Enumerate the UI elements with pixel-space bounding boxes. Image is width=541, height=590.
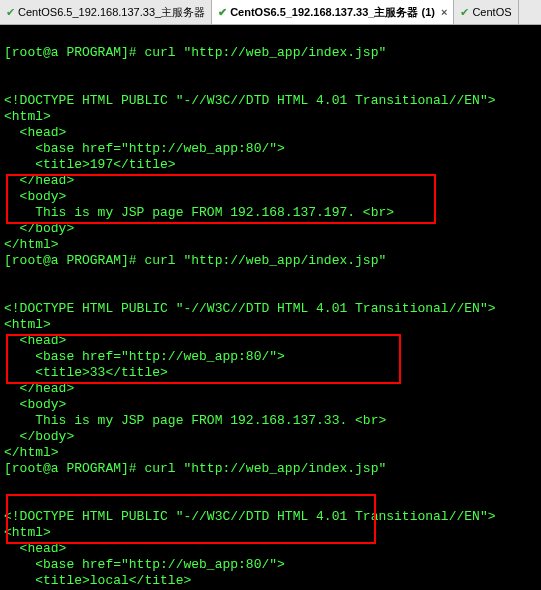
terminal-output[interactable]: [root@a PROGRAM]# curl "http://web_app/i…: [0, 25, 541, 590]
tab-inactive-1[interactable]: ✔ CentOS6.5_192.168.137.33_主服务器: [0, 0, 212, 24]
output-line: <base href="http://web_app:80/">: [4, 141, 285, 156]
output-line: <head>: [4, 333, 66, 348]
check-icon: ✔: [6, 6, 15, 19]
output-line: <!DOCTYPE HTML PUBLIC "-//W3C//DTD HTML …: [4, 301, 495, 316]
output-line: This is my JSP page FROM 192.168.137.33.…: [4, 413, 386, 428]
output-line: </head>: [4, 173, 74, 188]
tab-active[interactable]: ✔ CentOS6.5_192.168.137.33_主服务器 (1) ×: [212, 0, 454, 24]
output-line: <title>197</title>: [4, 157, 176, 172]
output-line: <html>: [4, 109, 51, 124]
prompt-line: [root@a PROGRAM]# curl "http://web_app/i…: [4, 45, 386, 60]
output-line: </html>: [4, 445, 59, 460]
output-line: <base href="http://web_app:80/">: [4, 557, 285, 572]
close-icon[interactable]: ×: [441, 6, 447, 18]
output-line: <base href="http://web_app:80/">: [4, 349, 285, 364]
output-line: <!DOCTYPE HTML PUBLIC "-//W3C//DTD HTML …: [4, 509, 495, 524]
output-line: </body>: [4, 429, 74, 444]
output-line: </body>: [4, 221, 74, 236]
output-line: <title>33</title>: [4, 365, 168, 380]
check-icon: ✔: [460, 6, 469, 19]
output-line: <body>: [4, 397, 66, 412]
output-line: <head>: [4, 541, 66, 556]
prompt-line: [root@a PROGRAM]# curl "http://web_app/i…: [4, 461, 386, 476]
prompt-line: [root@a PROGRAM]# curl "http://web_app/i…: [4, 253, 386, 268]
output-line: This is my JSP page FROM 192.168.137.197…: [4, 205, 394, 220]
check-icon: ✔: [218, 6, 227, 19]
output-line: <!DOCTYPE HTML PUBLIC "-//W3C//DTD HTML …: [4, 93, 495, 108]
tab-label: CentOS6.5_192.168.137.33_主服务器 (1): [230, 5, 435, 20]
tab-label: CentOS: [472, 6, 511, 18]
tab-label: CentOS6.5_192.168.137.33_主服务器: [18, 5, 205, 20]
output-line: </head>: [4, 381, 74, 396]
output-line: <body>: [4, 189, 66, 204]
output-line: <title>local</title>: [4, 573, 191, 588]
output-line: <html>: [4, 317, 51, 332]
output-line: <html>: [4, 525, 51, 540]
tab-bar: ✔ CentOS6.5_192.168.137.33_主服务器 ✔ CentOS…: [0, 0, 541, 25]
output-line: <head>: [4, 125, 66, 140]
tab-inactive-2[interactable]: ✔ CentOS: [454, 0, 518, 24]
output-line: </html>: [4, 237, 59, 252]
